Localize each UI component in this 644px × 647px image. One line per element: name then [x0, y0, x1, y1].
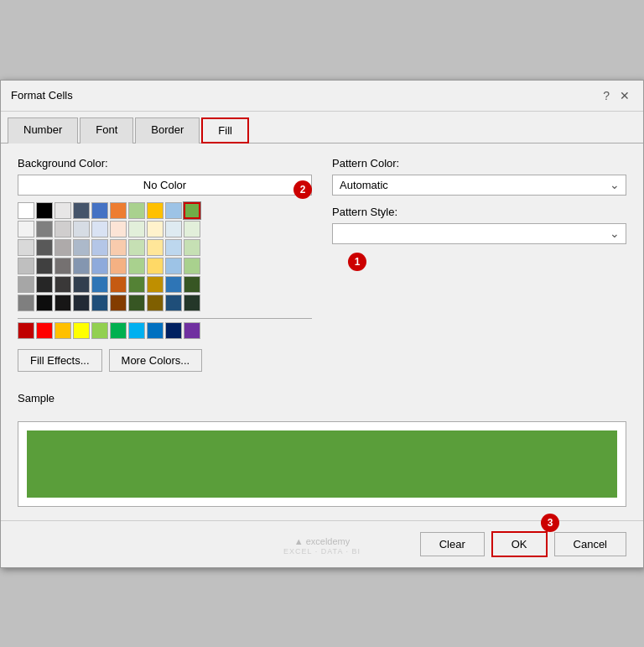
color-swatch[interactable] [91, 295, 108, 311]
color-swatch[interactable] [18, 221, 34, 237]
color-swatch[interactable] [147, 221, 164, 237]
background-color-label: Background Color: [18, 157, 312, 170]
color-row-2 [18, 239, 312, 256]
watermark-tagline: EXCEL · DATA · BI [283, 547, 361, 556]
color-swatch[interactable] [110, 202, 127, 219]
help-button[interactable]: ? [600, 87, 613, 104]
color-swatch[interactable] [73, 221, 90, 237]
pattern-style-dropdown[interactable] [332, 223, 626, 244]
color-swatch[interactable] [55, 221, 71, 237]
color-row-1 [18, 221, 312, 237]
color-swatch[interactable] [110, 239, 127, 256]
color-swatch[interactable] [147, 202, 164, 219]
tab-font[interactable]: Font [80, 117, 133, 143]
color-swatch[interactable] [73, 258, 90, 274]
tab-bar: Number Font Border Fill [1, 112, 643, 143]
color-swatch[interactable] [55, 295, 71, 311]
color-swatch[interactable] [18, 295, 34, 311]
color-swatch[interactable] [91, 276, 108, 293]
color-swatch[interactable] [147, 295, 164, 311]
color-divider [18, 318, 312, 319]
color-swatch[interactable] [165, 258, 182, 274]
standard-color-swatch[interactable] [128, 322, 145, 339]
color-swatch[interactable] [165, 221, 182, 237]
color-swatch[interactable] [91, 221, 108, 237]
color-swatch[interactable] [147, 276, 164, 293]
color-swatch[interactable] [18, 276, 34, 293]
standard-color-swatch[interactable] [73, 322, 90, 339]
color-swatch[interactable] [184, 258, 200, 274]
color-swatch[interactable] [110, 276, 127, 293]
color-swatch[interactable] [73, 276, 90, 293]
color-swatch[interactable] [18, 239, 34, 256]
color-swatch[interactable] [184, 202, 200, 219]
color-swatch[interactable] [91, 239, 108, 256]
color-swatch[interactable] [128, 239, 145, 256]
right-column: Pattern Color: Automatic Pattern Style: [332, 157, 626, 372]
color-swatch[interactable] [36, 276, 53, 293]
color-swatch[interactable] [36, 239, 53, 256]
color-swatch[interactable] [128, 258, 145, 274]
color-swatch[interactable] [128, 276, 145, 293]
color-swatch[interactable] [165, 295, 182, 311]
standard-color-swatch[interactable] [55, 322, 71, 339]
color-swatch[interactable] [147, 258, 164, 274]
standard-color-swatch[interactable] [147, 322, 164, 339]
more-colors-button[interactable]: More Colors... [109, 349, 203, 372]
color-swatch[interactable] [91, 202, 108, 219]
color-swatch[interactable] [165, 202, 182, 219]
color-swatch[interactable] [128, 202, 145, 219]
color-swatch[interactable] [128, 221, 145, 237]
color-swatch[interactable] [147, 239, 164, 256]
watermark: ▲ exceldemy EXCEL · DATA · BI [283, 536, 361, 556]
color-swatch[interactable] [55, 239, 71, 256]
no-color-button[interactable]: No Color [18, 175, 312, 196]
tab-fill[interactable]: Fill [201, 117, 249, 143]
standard-color-swatch[interactable] [36, 322, 53, 339]
color-swatch[interactable] [184, 239, 200, 256]
standard-color-swatch[interactable] [165, 322, 182, 339]
fill-effects-button[interactable]: Fill Effects... [18, 349, 102, 372]
color-swatch[interactable] [73, 295, 90, 311]
color-swatch[interactable] [36, 258, 53, 274]
color-swatch[interactable] [36, 295, 53, 311]
color-swatch[interactable] [184, 221, 200, 237]
tab-number[interactable]: Number [8, 117, 78, 143]
color-swatch[interactable] [91, 258, 108, 274]
color-swatch[interactable] [165, 276, 182, 293]
pattern-color-dropdown-wrapper: Automatic [332, 175, 626, 196]
color-swatch[interactable] [18, 202, 34, 219]
cancel-button[interactable]: Cancel [554, 532, 626, 556]
standard-color-swatch[interactable] [91, 322, 108, 339]
color-swatch[interactable] [73, 239, 90, 256]
color-swatch[interactable] [55, 202, 71, 219]
main-content: Background Color: No Color 2 Fill Effec [18, 157, 626, 372]
color-swatch[interactable] [110, 295, 127, 311]
color-swatch[interactable] [110, 221, 127, 237]
color-swatch[interactable] [18, 258, 34, 274]
clear-button[interactable]: Clear [420, 532, 485, 556]
color-swatch[interactable] [55, 276, 71, 293]
ok-button[interactable]: OK [491, 531, 548, 557]
color-swatch[interactable] [36, 202, 53, 219]
color-swatch[interactable] [128, 295, 145, 311]
pattern-style-label: Pattern Style: [332, 206, 626, 218]
sample-box [27, 430, 617, 498]
tab-border[interactable]: Border [135, 117, 200, 143]
color-swatch[interactable] [55, 258, 71, 274]
standard-color-swatch[interactable] [110, 322, 127, 339]
color-swatch[interactable] [184, 295, 200, 311]
color-swatch[interactable] [73, 202, 90, 219]
color-swatch[interactable] [184, 276, 200, 293]
pattern-color-section: Pattern Color: Automatic [332, 157, 626, 196]
standard-color-swatch[interactable] [18, 322, 34, 339]
pattern-color-dropdown[interactable]: Automatic [332, 175, 626, 196]
sample-label: Sample [18, 392, 626, 404]
dialog-body: Background Color: No Color 2 Fill Effec [1, 143, 643, 520]
bottom-bar: 1 ▲ exceldemy EXCEL · DATA · BI Clear 3 … [1, 520, 643, 567]
color-swatch[interactable] [165, 239, 182, 256]
standard-color-swatch[interactable] [184, 322, 200, 339]
color-swatch[interactable] [36, 221, 53, 237]
close-button[interactable]: ✕ [616, 87, 633, 104]
color-swatch[interactable] [110, 258, 127, 274]
